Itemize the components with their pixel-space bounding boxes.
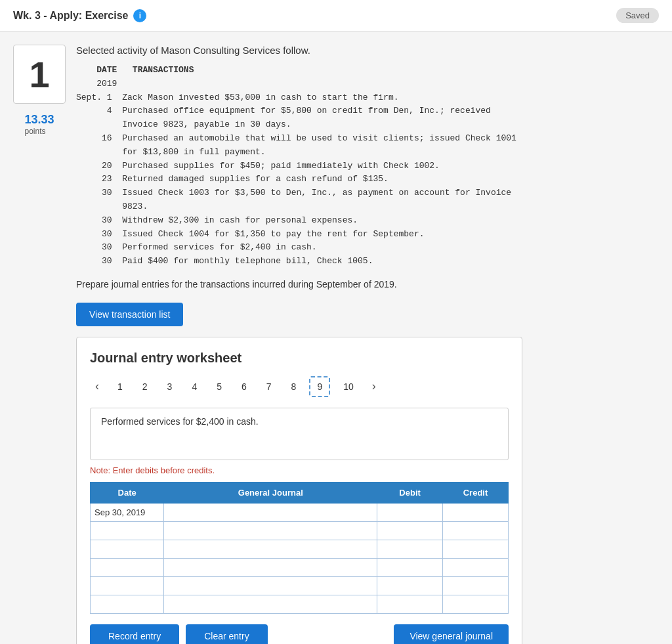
page-10[interactable]: 10	[337, 377, 360, 396]
points-area: 13.33 points	[24, 113, 54, 136]
gj-input-2[interactable]	[164, 540, 377, 558]
col-header-gj: General Journal	[164, 482, 377, 503]
points-value: 13.33	[24, 113, 54, 127]
date-input-3[interactable]	[94, 559, 159, 576]
table-row	[91, 540, 509, 558]
description-box: Performed services for $2,400 in cash.	[90, 408, 509, 460]
credit-input-4[interactable]	[443, 577, 508, 595]
credit-cell-4[interactable]	[443, 576, 509, 595]
gj-cell-3[interactable]	[164, 558, 377, 576]
date-cell-2[interactable]	[91, 540, 164, 558]
date-input-5[interactable]	[94, 595, 159, 613]
debit-cell-2[interactable]	[377, 540, 443, 558]
page-4[interactable]: 4	[185, 377, 203, 396]
saved-badge: Saved	[616, 8, 659, 23]
main-content: 1 13.33 points Selected activity of Maso…	[0, 32, 672, 644]
prepare-text: Prepare journal entries for the transact…	[76, 279, 659, 290]
debit-cell-0[interactable]	[377, 503, 443, 521]
debit-cell-4[interactable]	[377, 576, 443, 595]
table-row	[91, 558, 509, 576]
table-row	[91, 595, 509, 613]
gj-cell-0[interactable]	[164, 503, 377, 521]
page-3[interactable]: 3	[161, 377, 179, 396]
credit-input-1[interactable]	[443, 522, 508, 540]
credit-input-0[interactable]	[443, 504, 508, 521]
worksheet-card: Journal entry worksheet ‹ 1 2 3 4 5 6 7 …	[76, 337, 522, 644]
info-icon-label: i	[139, 11, 141, 20]
debit-cell-5[interactable]	[377, 595, 443, 613]
date-header: DATE TRANSACTIONS 2019 Sept. 1 Zack Maso…	[76, 65, 516, 266]
credit-cell-5[interactable]	[443, 595, 509, 613]
gj-input-4[interactable]	[164, 577, 377, 595]
gj-cell-2[interactable]	[164, 540, 377, 558]
debit-input-3[interactable]	[377, 559, 442, 576]
gj-input-5[interactable]	[164, 595, 377, 613]
activity-intro: Selected activity of Mason Consulting Se…	[76, 45, 659, 56]
gj-cell-4[interactable]	[164, 576, 377, 595]
date-cell-0: Sep 30, 2019	[91, 503, 164, 521]
credit-input-3[interactable]	[443, 559, 508, 576]
table-row	[91, 576, 509, 595]
prev-page-button[interactable]: ‹	[90, 377, 104, 396]
credit-input-2[interactable]	[443, 540, 508, 558]
debit-input-2[interactable]	[377, 540, 442, 558]
credit-cell-3[interactable]	[443, 558, 509, 576]
date-input-1[interactable]	[94, 522, 159, 540]
debit-input-5[interactable]	[377, 595, 442, 613]
debit-cell-1[interactable]	[377, 521, 443, 540]
content-area: Selected activity of Mason Consulting Se…	[76, 45, 659, 644]
date-input-4[interactable]	[94, 577, 159, 595]
note-text: Note: Enter debits before credits.	[90, 465, 509, 475]
question-number: 1	[29, 53, 49, 96]
gj-input-3[interactable]	[164, 559, 377, 576]
description-text: Performed services for $2,400 in cash.	[101, 416, 259, 427]
page-6[interactable]: 6	[235, 377, 253, 396]
debit-cell-3[interactable]	[377, 558, 443, 576]
page-7[interactable]: 7	[260, 377, 278, 396]
left-panel: 1 13.33 points	[13, 45, 66, 644]
col-header-debit: Debit	[377, 482, 443, 503]
credit-cell-2[interactable]	[443, 540, 509, 558]
gj-input-1[interactable]	[164, 522, 377, 540]
date-cell-5[interactable]	[91, 595, 164, 613]
table-row: Sep 30, 2019	[91, 503, 509, 521]
page-8[interactable]: 8	[285, 377, 303, 396]
credit-cell-1[interactable]	[443, 521, 509, 540]
next-page-button[interactable]: ›	[367, 377, 381, 396]
table-row	[91, 521, 509, 540]
top-bar: Wk. 3 - Apply: Exercise i Saved	[0, 0, 672, 32]
record-entry-button[interactable]: Record entry	[90, 624, 179, 644]
col-header-date: Date	[91, 482, 164, 503]
date-cell-1[interactable]	[91, 521, 164, 540]
date-cell-4[interactable]	[91, 576, 164, 595]
pagination: ‹ 1 2 3 4 5 6 7 8 9 10 ›	[90, 376, 509, 397]
date-input-2[interactable]	[94, 540, 159, 558]
view-general-journal-button[interactable]: View general journal	[394, 624, 509, 644]
top-bar-left: Wk. 3 - Apply: Exercise i	[13, 9, 146, 22]
transactions-block: DATE TRANSACTIONS 2019 Sept. 1 Zack Maso…	[76, 64, 659, 268]
debit-input-4[interactable]	[377, 577, 442, 595]
info-icon[interactable]: i	[133, 9, 146, 22]
clear-entry-button[interactable]: Clear entry	[186, 624, 267, 644]
journal-table: Date General Journal Debit Credit Sep 30…	[90, 482, 509, 614]
question-number-box: 1	[13, 45, 66, 104]
page-9[interactable]: 9	[309, 376, 330, 397]
points-label: points	[24, 127, 54, 136]
credit-cell-0[interactable]	[443, 503, 509, 521]
gj-cell-1[interactable]	[164, 521, 377, 540]
gj-cell-5[interactable]	[164, 595, 377, 613]
date-cell-3[interactable]	[91, 558, 164, 576]
page-1[interactable]: 1	[111, 377, 129, 396]
action-buttons: Record entry Clear entry View general jo…	[90, 624, 509, 644]
debit-input-1[interactable]	[377, 522, 442, 540]
gj-input-0[interactable]	[164, 504, 377, 521]
credit-input-5[interactable]	[443, 595, 508, 613]
page-5[interactable]: 5	[210, 377, 228, 396]
page-2[interactable]: 2	[136, 377, 154, 396]
page-title: Wk. 3 - Apply: Exercise	[13, 10, 128, 22]
debit-input-0[interactable]	[377, 504, 442, 521]
col-header-credit: Credit	[443, 482, 509, 503]
worksheet-title: Journal entry worksheet	[90, 351, 509, 366]
view-transaction-list-button[interactable]: View transaction list	[76, 303, 183, 326]
